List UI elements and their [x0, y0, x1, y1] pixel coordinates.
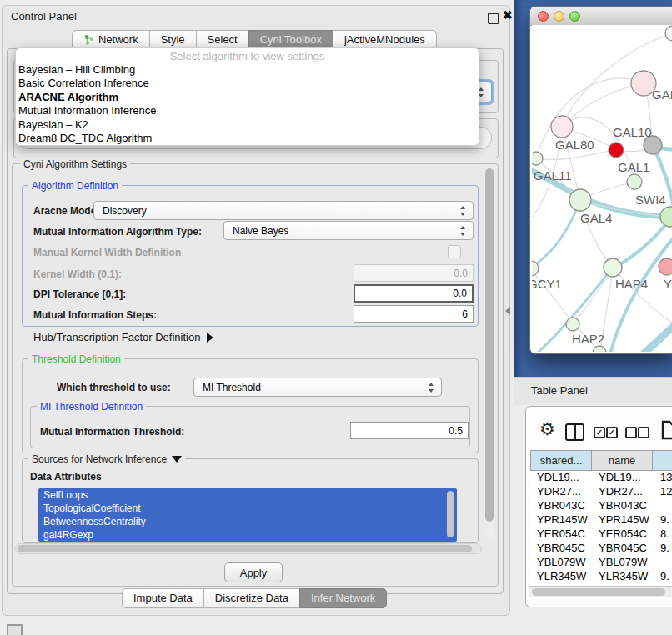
- settings-h-scrollbar[interactable]: [15, 543, 482, 554]
- popup-items: Bayesian – Hill ClimbingBasic Correlatio…: [16, 63, 479, 145]
- table-row[interactable]: YBR043CYBR043C: [531, 499, 672, 513]
- attribute-item-topologicalcoefficient[interactable]: TopologicalCoefficient: [38, 502, 457, 515]
- table-header: shared...nameA: [531, 450, 672, 471]
- network-node-gal80[interactable]: [551, 116, 573, 138]
- column-header-shared[interactable]: shared...: [530, 450, 592, 471]
- table-row[interactable]: YBL079WYBL079W: [531, 556, 672, 570]
- network-window-titlebar[interactable]: [530, 7, 672, 26]
- network-node-gal10[interactable]: [609, 142, 624, 158]
- table-h-scrollbar[interactable]: [529, 586, 672, 598]
- select-all-icon[interactable]: ✓: [594, 427, 605, 438]
- network-node-gal4[interactable]: [569, 189, 591, 211]
- manual-kernel-checkbox[interactable]: [448, 245, 461, 258]
- algorithm-option-bayesian-hill-climbing[interactable]: Bayesian – Hill Climbing: [16, 63, 479, 77]
- minimize-window-icon[interactable]: [554, 11, 564, 22]
- tab-cyni-toolbox[interactable]: Cyni Toolbox: [248, 30, 333, 49]
- node-label-gal11: GAL11: [534, 168, 572, 182]
- sources-group-toggle[interactable]: Sources for Network Inference: [28, 453, 185, 465]
- node-label-gal10: GAL10: [613, 125, 652, 139]
- column-header-a[interactable]: A: [652, 450, 672, 471]
- tab-style[interactable]: Style: [149, 30, 197, 49]
- tab-infer-network[interactable]: Infer Network: [299, 588, 387, 608]
- tab-jactivemnodules[interactable]: jActiveMNodules: [333, 30, 437, 49]
- table-cell: YBL079W: [531, 556, 593, 570]
- attributes-list-scrollbar[interactable]: [447, 490, 454, 540]
- network-node-swi4[interactable]: [660, 207, 672, 227]
- aracne-mode-select[interactable]: Discovery: [93, 201, 474, 220]
- algorithm-option-bayesian-k2[interactable]: Bayesian – K2: [16, 118, 479, 132]
- algorithm-option-mutual-information-inference[interactable]: Mutual Information Inference: [16, 104, 479, 118]
- node-label-gal1: GAL1: [618, 160, 649, 174]
- column-header-name[interactable]: name: [591, 450, 653, 471]
- network-canvas[interactable]: GALGAL80GAL10GAL11GAL1GAL4SWI4GCY1HAP4YH…: [532, 25, 672, 352]
- mi-type-select[interactable]: Naive Bayes: [223, 221, 474, 240]
- deselect-all-icon-2[interactable]: [638, 427, 649, 438]
- network-node[interactable]: [665, 26, 672, 41]
- deselect-all-icon[interactable]: [625, 427, 637, 438]
- dpi-tolerance-field[interactable]: 0.0: [354, 284, 474, 302]
- float-panel-icon[interactable]: [488, 12, 499, 24]
- which-threshold-select[interactable]: MI Threshold: [193, 378, 442, 397]
- algorithm-option-basic-correlation-inference[interactable]: Basic Correlation Inference: [16, 77, 479, 90]
- table-window: ⚙ ✓ ✓ shared...nameA YDL19...YDL19...13Y…: [525, 406, 672, 608]
- mi-type-label: Mutual Information Algorithm Type:: [33, 226, 202, 238]
- tab-network[interactable]: Network: [72, 30, 150, 49]
- algorithm-option-dream8-dc-tdc-algorithm[interactable]: Dream8 DC_TDC Algorithm: [16, 132, 479, 145]
- hub-section-toggle[interactable]: Hub/Transcription Factor Definition: [33, 331, 213, 343]
- settings-gear-icon[interactable]: ⚙: [539, 421, 555, 438]
- application-root: Control Panel ✖ NetworkStyleSelectCyni T…: [0, 0, 672, 635]
- attribute-item-gal4rgexp[interactable]: gal4RGexp: [38, 528, 457, 542]
- attribute-item-betweennesscentrality[interactable]: BetweennessCentrality: [38, 515, 457, 528]
- table-row[interactable]: YDL19...YDL19...13: [531, 471, 672, 485]
- attribute-item-selfloops[interactable]: SelfLoops: [38, 488, 457, 502]
- splitter-collapse-icon[interactable]: [505, 307, 510, 315]
- table-cell: 12: [654, 485, 672, 499]
- table-row[interactable]: YER054CYER054C8.: [531, 528, 672, 542]
- tab-label: Discretize Data: [215, 592, 288, 604]
- table-row[interactable]: YDR27...YDR27...12: [531, 485, 672, 499]
- network-node-hap4[interactable]: [604, 258, 622, 277]
- node-label-hap2: HAP2: [572, 332, 604, 346]
- tab-discretize-data[interactable]: Discretize Data: [203, 588, 300, 608]
- mi-threshold-field[interactable]: 0.5: [350, 422, 469, 439]
- table-row[interactable]: YBR045CYBR045C9.: [531, 542, 672, 556]
- tab-select[interactable]: Select: [196, 30, 249, 49]
- network-node-gal1[interactable]: [627, 174, 642, 189]
- table-cell: YDL19...: [531, 471, 593, 485]
- chevron-up-down-icon: [429, 382, 434, 392]
- table-cell: YPR145W: [593, 513, 654, 528]
- tab-impute-data[interactable]: Impute Data: [122, 588, 204, 608]
- table-cell: YBR043C: [531, 499, 593, 513]
- table-cell: 13: [654, 471, 672, 485]
- popup-placeholder: Select algorithm to view settings: [16, 50, 479, 63]
- select-all-icon-2[interactable]: ✓: [606, 427, 618, 438]
- network-edge[interactable]: [639, 320, 672, 352]
- aracne-mode-value: Discovery: [103, 205, 147, 217]
- table-row[interactable]: YLR345WYLR345W9.: [531, 570, 672, 584]
- network-node-hap2[interactable]: [566, 318, 579, 331]
- close-window-icon[interactable]: [538, 11, 549, 22]
- close-panel-icon[interactable]: ✖: [503, 8, 513, 22]
- zoom-window-icon[interactable]: [569, 11, 580, 22]
- top-tab-bar: NetworkStyleSelectCyni ToolboxjActiveMNo…: [72, 30, 437, 49]
- network-node-gal11[interactable]: [532, 152, 543, 165]
- apply-button[interactable]: Apply: [224, 562, 283, 582]
- minimized-panel-icon[interactable]: [7, 624, 23, 635]
- network-window: GALGAL80GAL10GAL11GAL1GAL4SWI4GCY1HAP4YH…: [530, 7, 672, 353]
- mi-steps-field[interactable]: 6: [354, 305, 474, 322]
- chevron-up-down-icon: [460, 226, 466, 236]
- algorithm-option-aracne-algorithm[interactable]: ARACNE Algorithm: [16, 91, 479, 104]
- kernel-width-field[interactable]: 0.0: [354, 264, 474, 282]
- network-edge[interactable]: [532, 200, 580, 268]
- node-label-gal80: GAL80: [555, 138, 594, 152]
- tab-label: Select: [208, 33, 238, 46]
- table-row[interactable]: YPR145WYPR145W9.: [531, 513, 672, 528]
- page-icon[interactable]: [661, 420, 672, 443]
- mi-threshold-group-title: MI Threshold Definition: [37, 401, 146, 412]
- split-columns-icon[interactable]: [565, 423, 584, 441]
- table-cell: YER054C: [593, 528, 654, 542]
- network-node-y[interactable]: [659, 258, 672, 275]
- kernel-width-label: Kernel Width (0,1):: [33, 268, 122, 280]
- settings-v-scrollbar[interactable]: [484, 167, 495, 540]
- tab-label: Infer Network: [311, 592, 375, 604]
